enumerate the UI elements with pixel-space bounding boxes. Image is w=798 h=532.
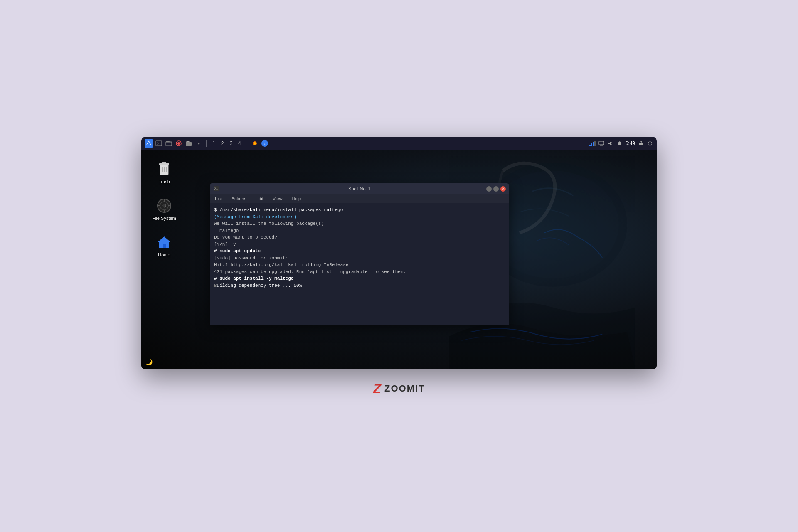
terminal-titlebar: Shell No. 1 ✕	[210, 183, 509, 194]
lock-icon[interactable]	[638, 140, 644, 147]
workspace-2[interactable]: 2	[219, 140, 227, 147]
terminal-menu-edit[interactable]: Edit	[254, 195, 265, 202]
svg-rect-35	[214, 186, 219, 191]
terminal-line-12: # sudo apt install -y maltego	[214, 275, 505, 282]
taskbar-left: ▾ 1 2 3 4 ↓	[145, 139, 269, 148]
taskbar-filemanager-icon[interactable]	[165, 139, 173, 148]
kali-logo-button[interactable]	[145, 139, 153, 148]
svg-rect-22	[162, 162, 166, 163]
taskbar-divider	[206, 140, 207, 147]
desktop: Trash File System	[141, 150, 657, 369]
terminal-title: Shell No. 1	[348, 186, 371, 191]
taskbar-right: 6:49	[589, 140, 653, 147]
terminal-line-13: Building dependency tree ... 50%	[214, 282, 505, 289]
filesystem-label: File System	[152, 216, 176, 221]
taskbar-folder-icon[interactable]	[185, 139, 193, 148]
workspace-3[interactable]: 3	[227, 140, 235, 147]
screenshot-container: ▾ 1 2 3 4 ↓	[141, 137, 657, 369]
workspace-4[interactable]: 4	[236, 140, 244, 147]
terminal-menubar: File Actions Edit View Help	[210, 194, 509, 203]
terminal-menu-file[interactable]: File	[213, 195, 224, 202]
zoomit-logo: Z ZOOMIT	[373, 382, 425, 395]
terminal-content[interactable]: $ /usr/share/kali-menu/install-packages …	[210, 203, 509, 325]
terminal-menu-actions[interactable]: Actions	[230, 195, 248, 202]
terminal-line-10: Hit:1 http://kali.org/kali kali-rolling …	[214, 261, 505, 268]
volume-icon[interactable]	[607, 140, 614, 147]
terminal-close-btn[interactable]: ✕	[500, 186, 506, 192]
terminal-line-9: [sudo] password for zoomit:	[214, 255, 505, 262]
signal-bars	[589, 140, 596, 146]
terminal-line-1: $ /usr/share/kali-menu/install-packages …	[214, 207, 505, 214]
filesystem-icon-image	[156, 197, 172, 214]
svg-rect-15	[639, 143, 643, 145]
terminal-line-8: # sudo apt update	[214, 248, 505, 255]
power-icon[interactable]	[647, 140, 653, 147]
svg-rect-21	[159, 163, 169, 165]
terminal-menu-view[interactable]: View	[271, 195, 284, 202]
desktop-icons: Trash File System	[150, 158, 179, 260]
svg-point-28	[163, 204, 166, 207]
clock: 6:49	[626, 140, 635, 146]
zoomit-logo-text: ZOOMIT	[384, 383, 425, 394]
trash-icon-image	[156, 161, 172, 177]
screen-icon[interactable]	[598, 140, 605, 147]
notification-icon[interactable]	[616, 140, 623, 147]
trash-icon[interactable]: Trash	[150, 158, 179, 187]
taskbar-dropdown-icon[interactable]: ▾	[195, 139, 203, 148]
terminal-window[interactable]: Shell No. 1 ✕ File Actions Edit View Hel…	[210, 183, 509, 325]
zoomit-logo-z: Z	[373, 382, 381, 395]
taskbar-firefox-icon[interactable]	[175, 139, 183, 148]
trash-label: Trash	[158, 179, 170, 184]
terminal-line-2: (Message from Kali developers)	[214, 214, 505, 221]
terminal-line-6: Do you want to proceed?	[214, 234, 505, 241]
svg-text:↓: ↓	[264, 141, 266, 146]
terminal-line-4: maltego	[214, 227, 505, 234]
home-icon[interactable]: Home	[150, 232, 179, 260]
home-icon-image	[156, 234, 172, 251]
home-label: Home	[158, 252, 170, 257]
terminal-line-11: 431 packages can be upgraded. Run 'apt l…	[214, 268, 505, 276]
svg-rect-10	[599, 141, 604, 145]
svg-rect-34	[163, 244, 166, 248]
svg-rect-5	[186, 142, 192, 146]
workspace-1[interactable]: 1	[210, 140, 218, 147]
zoomit-branding: Z ZOOMIT	[373, 382, 425, 395]
taskbar-terminal-icon[interactable]	[155, 139, 163, 148]
terminal-minimize-btn[interactable]	[486, 186, 492, 192]
svg-point-7	[254, 142, 256, 145]
taskbar-firefox-running[interactable]	[251, 139, 259, 148]
workspace-switcher: 1 2 3 4	[210, 140, 244, 147]
terminal-line-7: [Y/n]: y	[214, 241, 505, 248]
terminal-controls: ✕	[486, 186, 506, 192]
taskbar: ▾ 1 2 3 4 ↓	[141, 137, 657, 150]
moon-icon[interactable]: 🌙	[145, 359, 153, 365]
taskbar-update-icon[interactable]: ↓	[261, 139, 269, 148]
svg-rect-14	[619, 145, 620, 145]
taskbar-divider-2	[247, 140, 247, 147]
filesystem-icon[interactable]: File System	[150, 195, 179, 223]
terminal-title-icon	[213, 186, 219, 192]
terminal-maximize-btn[interactable]	[493, 186, 499, 192]
terminal-menu-help[interactable]: Help	[290, 195, 303, 202]
svg-point-4	[177, 142, 180, 145]
terminal-line-3: We will install the following package(s)…	[214, 220, 505, 227]
svg-marker-13	[608, 141, 611, 145]
